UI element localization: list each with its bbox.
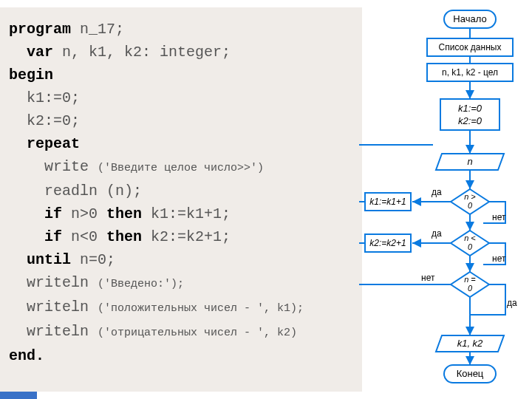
code-line: writeln ('Введено:'); [9, 271, 358, 296]
label-no: нет [492, 253, 506, 264]
kw-if: if [44, 205, 62, 222]
svg-text:0: 0 [468, 284, 473, 293]
kw-then: then [106, 205, 142, 222]
kw-end: end. [9, 347, 44, 364]
kw-var: var [27, 44, 53, 61]
kw-begin: begin [9, 66, 53, 83]
code-line: end. [9, 344, 358, 367]
flowchart: Начало Список данных n, k1, k2 - цел k1:… [359, 4, 531, 396]
label-yes: да [507, 298, 517, 308]
code-line: write ('Введите целое число>>') [9, 155, 358, 180]
svg-text:n =: n = [464, 275, 476, 284]
kw-if: if [44, 228, 62, 245]
kw-then: then [106, 228, 142, 245]
code-line: if n<0 then k2:=k2+1; [9, 225, 358, 248]
code-line: readln (n); [9, 180, 358, 202]
code-line: until n=0; [9, 248, 358, 271]
kw-until: until [27, 251, 71, 268]
flow-end-label: Конец [457, 368, 484, 379]
flow-act2-label: k2:=k2+1 [369, 238, 406, 248]
code-line: repeat [9, 132, 358, 155]
label-no: нет [421, 273, 435, 283]
flow-init2-label: k2:=0 [458, 115, 482, 126]
label-yes: да [432, 187, 442, 197]
code-line: writeln ('отрицательных чисел - ', k2) [9, 320, 358, 344]
kw-repeat: repeat [27, 135, 80, 152]
flow-act1-label: k1:=k1+1 [369, 197, 406, 207]
flow-input-label: n [467, 156, 472, 167]
flow-output-label: k1, k2 [457, 338, 483, 349]
kw-program: program [9, 21, 71, 38]
flow-vars-label: n, k1, k2 - цел [442, 67, 498, 78]
code-block: program n_17; var n, k1, k2: integer; be… [0, 7, 362, 392]
label-yes: да [432, 228, 442, 239]
code-line: k1:=0; [9, 86, 358, 109]
code-line: var n, k1, k2: integer; [9, 41, 358, 64]
code-line: begin [9, 64, 358, 86]
flow-start-label: Начало [453, 13, 486, 24]
code-line: k2:=0; [9, 109, 358, 132]
svg-text:n >: n > [464, 192, 476, 201]
flow-init1-label: k1:=0 [458, 103, 482, 114]
flow-datalist-label: Список данных [439, 42, 502, 52]
code-line: if n>0 then k1:=k1+1; [9, 202, 358, 225]
svg-text:n <: n < [464, 233, 476, 242]
svg-text:0: 0 [468, 201, 473, 210]
code-line: writeln ('положительных чисел - ', k1); [9, 296, 358, 320]
label-no: нет [492, 212, 506, 222]
code-line: program n_17; [9, 18, 358, 41]
svg-text:0: 0 [468, 242, 473, 251]
